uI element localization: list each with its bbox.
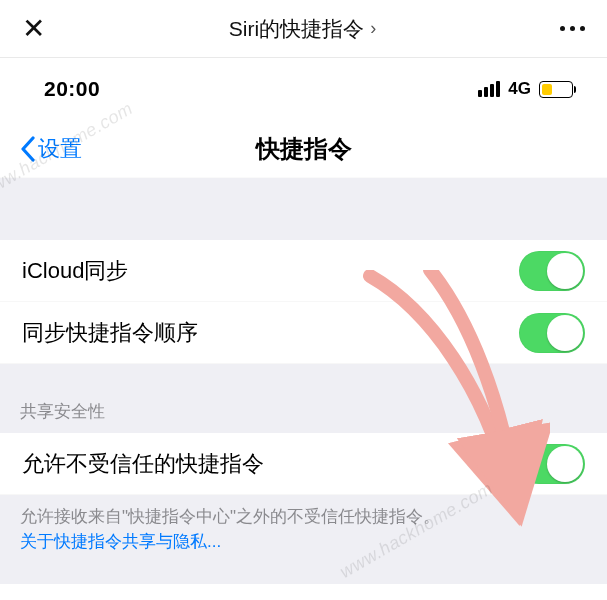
status-bar: 20:00 4G <box>0 58 607 120</box>
page-title: 快捷指令 <box>0 133 607 165</box>
row-sync-order: 同步快捷指令顺序 <box>0 302 607 364</box>
status-right: 4G <box>478 79 573 99</box>
chevron-left-icon <box>20 136 36 162</box>
section-header-security: 共享安全性 <box>20 400 587 423</box>
section-header-wrap: 共享安全性 <box>0 364 607 433</box>
toggle-icloud-sync[interactable] <box>519 251 585 291</box>
back-label: 设置 <box>38 134 82 164</box>
row-label: 同步快捷指令顺序 <box>22 318 198 348</box>
appbar-title: Siri的快捷指令 <box>229 15 364 43</box>
row-icloud-sync: iCloud同步 <box>0 240 607 302</box>
nav-header: 设置 快捷指令 <box>0 120 607 178</box>
network-label: 4G <box>508 79 531 99</box>
section-gap <box>0 178 607 240</box>
footer-note: 允许接收来自"快捷指令中心"之外的不受信任快捷指令。 关于快捷指令共享与隐私..… <box>0 495 607 584</box>
back-button[interactable]: 设置 <box>20 134 82 164</box>
footer-link[interactable]: 关于快捷指令共享与隐私... <box>20 532 221 551</box>
row-label: iCloud同步 <box>22 256 128 286</box>
close-icon[interactable]: ✕ <box>22 15 45 43</box>
row-allow-untrusted: 允许不受信任的快捷指令 <box>0 433 607 495</box>
toggle-allow-untrusted[interactable] <box>519 444 585 484</box>
more-icon[interactable] <box>560 26 585 31</box>
signal-icon <box>478 81 500 97</box>
app-bar: ✕ Siri的快捷指令 › <box>0 0 607 58</box>
battery-icon <box>539 81 573 98</box>
status-time: 20:00 <box>44 77 100 101</box>
chevron-right-icon: › <box>370 18 376 39</box>
battery-fill <box>542 84 552 95</box>
toggle-sync-order[interactable] <box>519 313 585 353</box>
appbar-title-wrap[interactable]: Siri的快捷指令 › <box>229 15 376 43</box>
footer-text: 允许接收来自"快捷指令中心"之外的不受信任快捷指令。 <box>20 507 440 526</box>
row-label: 允许不受信任的快捷指令 <box>22 449 264 479</box>
